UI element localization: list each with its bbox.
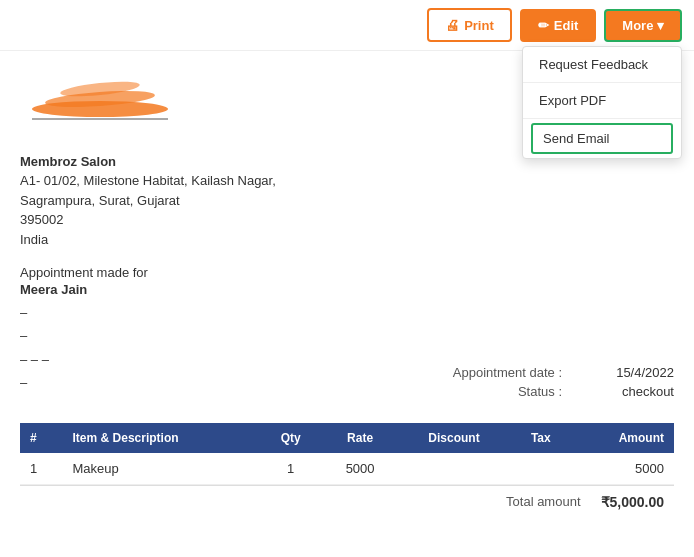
- row-qty: 1: [259, 453, 322, 485]
- appointment-section: Appointment made for Meera Jain – – – – …: [20, 265, 337, 395]
- print-button[interactable]: 🖨 Print: [427, 8, 512, 42]
- col-tax: Tax: [510, 423, 572, 453]
- edit-button[interactable]: ✏ Edit: [520, 9, 597, 42]
- dash-4: –: [20, 371, 337, 394]
- col-num: #: [20, 423, 63, 453]
- table-body: 1 Makeup 1 5000 5000: [20, 453, 674, 485]
- toolbar: 🖨 Print ✏ Edit More ▾: [0, 0, 694, 51]
- appointment-date-label: Appointment date :: [453, 365, 562, 380]
- total-row: Total amount ₹5,000.00: [20, 485, 674, 518]
- col-rate: Rate: [322, 423, 398, 453]
- invoice-table: # Item & Description Qty Rate Discount T…: [20, 423, 674, 485]
- left-col: Appointment made for Meera Jain – – – – …: [20, 265, 337, 407]
- appointment-customer-name: Meera Jain: [20, 282, 337, 297]
- total-value: ₹5,000.00: [601, 494, 665, 510]
- table-header: # Item & Description Qty Rate Discount T…: [20, 423, 674, 453]
- appointment-date-value: 15/4/2022: [574, 365, 674, 380]
- row-tax: [510, 453, 572, 485]
- appointment-date-row: Appointment date : 15/4/2022: [357, 365, 674, 380]
- appointment-for-label: Appointment made for: [20, 265, 337, 280]
- col-item: Item & Description: [63, 423, 260, 453]
- total-label: Total amount: [506, 494, 580, 509]
- logo-area: [20, 67, 180, 130]
- dropdown-request-feedback[interactable]: Request Feedback: [523, 47, 681, 82]
- dash-3: – – –: [20, 348, 337, 371]
- col-qty: Qty: [259, 423, 322, 453]
- more-button[interactable]: More ▾: [604, 9, 682, 42]
- dropdown-send-email[interactable]: Send Email: [531, 123, 673, 154]
- dropdown-export-pdf[interactable]: Export PDF: [523, 83, 681, 118]
- dash-1: –: [20, 301, 337, 324]
- print-icon: 🖨: [445, 17, 459, 33]
- company-address: A1- 01/02, Milestone Habitat, Kailash Na…: [20, 171, 674, 249]
- edit-icon: ✏: [538, 18, 549, 33]
- row-rate: 5000: [322, 453, 398, 485]
- dropdown-menu: Request Feedback Export PDF Send Email: [522, 46, 682, 159]
- col-amount: Amount: [572, 423, 674, 453]
- row-num: 1: [20, 453, 63, 485]
- dropdown-container: Request Feedback Export PDF Send Email: [522, 46, 682, 159]
- appointment-status-label: Status :: [518, 384, 562, 399]
- appointment-status-row: Status : checkout: [357, 384, 674, 399]
- company-info: Membroz Salon A1- 01/02, Milestone Habit…: [20, 154, 674, 249]
- table-row: 1 Makeup 1 5000 5000: [20, 453, 674, 485]
- row-amount: 5000: [572, 453, 674, 485]
- col-discount: Discount: [398, 423, 509, 453]
- dropdown-divider-2: [523, 118, 681, 119]
- appointment-status-value: checkout: [574, 384, 674, 399]
- company-logo: [20, 67, 180, 127]
- lower-section: Appointment made for Meera Jain – – – – …: [20, 265, 674, 407]
- dash-2: –: [20, 324, 337, 347]
- row-discount: [398, 453, 509, 485]
- row-item: Makeup: [63, 453, 260, 485]
- right-col: Appointment date : 15/4/2022 Status : ch…: [357, 265, 674, 407]
